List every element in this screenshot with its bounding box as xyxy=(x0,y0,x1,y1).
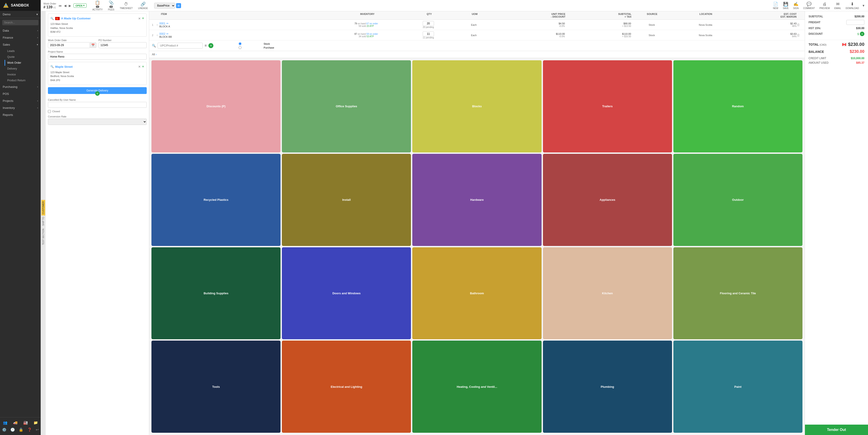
category-tile[interactable]: Install xyxy=(282,154,411,246)
conversion-rate-select[interactable] xyxy=(48,119,147,125)
qty-input[interactable] xyxy=(423,31,434,36)
folder-icon[interactable]: 📁 xyxy=(33,421,38,425)
filter-icon[interactable]: ≡ xyxy=(205,43,207,48)
files-button[interactable]: 📎 0 FILES xyxy=(106,0,117,12)
category-tile[interactable]: Random xyxy=(673,60,802,153)
drag-handle[interactable]: ≡ xyxy=(156,23,158,26)
category-tile[interactable]: Plumbing xyxy=(543,341,672,433)
ship-add-button[interactable]: + xyxy=(142,64,144,69)
category-tile[interactable]: Appliances xyxy=(543,154,672,246)
sidebar-subitem-quote[interactable]: Quote xyxy=(4,54,41,60)
ship-clear-button[interactable]: ✕ xyxy=(138,64,141,69)
discount-add-button[interactable]: + xyxy=(860,32,864,36)
radio-stock[interactable] xyxy=(217,42,263,45)
category-tile[interactable]: Discounts (P) xyxy=(151,60,281,153)
sidebar-subitem-invoice[interactable]: Invoice xyxy=(4,72,41,77)
activity-button[interactable]: 📋 1 ACTIVITY xyxy=(90,0,105,12)
category-tile[interactable]: Recycled Plastics xyxy=(151,154,281,246)
edit-icon[interactable]: ✏ xyxy=(166,32,168,35)
timesheet-button[interactable]: ⏱ TIMESHEET xyxy=(118,1,135,10)
sidebar-subitem-productreturn[interactable]: Product Return xyxy=(4,77,41,83)
calendar-icon[interactable]: 📅 xyxy=(90,42,96,48)
search-radio-group: Stock Purchase xyxy=(217,42,274,49)
sidebar-subitem-delivery[interactable]: Delivery xyxy=(4,66,41,72)
price-icon-button[interactable]: ⊞ xyxy=(176,3,181,8)
sidebar-subitem-workorder[interactable]: Work Order xyxy=(4,60,41,66)
all-breadcrumb[interactable]: All › xyxy=(149,51,805,58)
sign-button[interactable]: ✍ SIGN xyxy=(792,1,800,10)
sidebar-item-pos[interactable]: POS xyxy=(0,90,41,97)
lineage-button[interactable]: 🔗 LINEAGE xyxy=(136,1,150,10)
sidebar-item-purchasing[interactable]: Purchasing › xyxy=(0,83,41,90)
customer-clear-button[interactable]: ✕ xyxy=(138,16,141,21)
customer-tab[interactable]: CUSTOMER xyxy=(41,200,45,215)
category-tile[interactable]: Office Supplies xyxy=(282,60,411,153)
settings-icon[interactable]: ⚙️ xyxy=(2,428,6,432)
qty-input[interactable] xyxy=(423,21,434,26)
sidebar-item-finance[interactable]: Finance › xyxy=(0,34,41,41)
cancelled-input[interactable] xyxy=(48,102,147,108)
po-number-input[interactable] xyxy=(98,42,147,48)
preview-button[interactable]: 🖨 PREVIEW xyxy=(817,1,832,10)
test-section-tab[interactable]: TEST SECTION xyxy=(41,227,45,246)
sidebar-item-sales[interactable]: Sales ▾ xyxy=(0,41,41,48)
price-dropdown[interactable]: BasePrice xyxy=(154,3,175,8)
sidebar-item-data[interactable]: Data › xyxy=(0,27,41,34)
wo-date-input[interactable] xyxy=(48,42,90,48)
category-tile[interactable]: Blocks xyxy=(412,60,541,153)
prev-record-button[interactable]: ◀ xyxy=(63,3,67,8)
lock-icon[interactable]: 🔒 xyxy=(19,428,23,432)
status-badge[interactable]: OPEN ▾ xyxy=(73,3,87,8)
category-tile[interactable]: Trailers xyxy=(543,60,672,153)
ship-to-tab[interactable]: SHIP TO xyxy=(41,215,45,227)
factory-icon[interactable]: 🏭 xyxy=(23,421,28,425)
sidebar-item-reports[interactable]: Reports xyxy=(0,111,41,119)
radio-purchase[interactable] xyxy=(217,46,263,49)
truck-icon[interactable]: 🚚 xyxy=(13,421,18,425)
users-icon[interactable]: 👥 xyxy=(3,421,7,425)
category-tile[interactable]: Tools xyxy=(151,341,281,433)
add-line-button[interactable]: + xyxy=(209,43,213,48)
closed-checkbox[interactable] xyxy=(48,110,51,113)
sidebar-item-projects[interactable]: Projects › xyxy=(0,97,41,104)
download-button[interactable]: ⬇ DOWNLOAD xyxy=(844,1,861,10)
email-button[interactable]: ✉ EMAIL xyxy=(833,1,843,10)
category-tile[interactable]: Kitchen xyxy=(543,247,672,339)
new-button[interactable]: 📄 NEW xyxy=(771,1,780,10)
search-input[interactable] xyxy=(2,20,38,25)
category-tile[interactable]: Flooring and Ceramic Tile xyxy=(673,247,802,339)
collapse-button[interactable]: ▾ xyxy=(862,2,865,8)
category-tile[interactable]: Electrical and Lighting xyxy=(282,341,411,433)
ship-name[interactable]: Maple Street xyxy=(55,65,72,68)
delete-row-button[interactable]: 🗑 xyxy=(797,23,800,27)
item-link[interactable]: 0002 ✏ xyxy=(159,32,325,35)
sidebar-subitem-leads[interactable]: Leads xyxy=(4,48,41,54)
sidebar-item-inventory[interactable]: Inventory › xyxy=(0,104,41,111)
clock-icon[interactable]: 🕐 xyxy=(10,428,15,432)
category-tile[interactable]: Doors and Windows xyxy=(282,247,411,339)
category-tile[interactable]: Building Supplies xyxy=(151,247,281,339)
first-record-button[interactable]: ⏮ xyxy=(58,3,63,8)
delete-row-button[interactable]: 🗑 xyxy=(797,33,800,37)
edit-icon[interactable]: ✏ xyxy=(166,22,168,25)
category-tile[interactable]: Hardware xyxy=(412,154,541,246)
drag-handle[interactable]: ≡ xyxy=(156,34,158,37)
demo-selector[interactable]: Demo ▾ xyxy=(0,11,41,18)
category-tile[interactable]: Heating, Cooling and Ventil... xyxy=(412,341,541,433)
project-name-input[interactable] xyxy=(48,54,147,60)
category-tile[interactable]: Outdoor xyxy=(673,154,802,246)
help-icon[interactable]: ❓ xyxy=(27,428,32,432)
next-record-button[interactable]: ▶ xyxy=(68,3,72,8)
logout-icon[interactable]: ↩ xyxy=(36,428,39,432)
category-tile[interactable]: Bathroom xyxy=(412,247,541,339)
customer-add-button[interactable]: + xyxy=(142,16,144,21)
product-search-input[interactable] xyxy=(158,43,203,48)
freight-input[interactable] xyxy=(846,20,864,25)
item-link[interactable]: 0001 ✏ xyxy=(159,22,325,25)
save-button[interactable]: 💾 SAVE xyxy=(781,1,790,10)
tender-out-button[interactable]: Tender Out xyxy=(805,425,868,435)
customer-name[interactable]: A Made Up Customer xyxy=(61,17,91,20)
generate-plus-button[interactable]: + xyxy=(95,91,100,96)
comment-button[interactable]: 💬 COMMENT xyxy=(801,1,817,10)
category-tile[interactable]: Paint xyxy=(673,341,802,433)
